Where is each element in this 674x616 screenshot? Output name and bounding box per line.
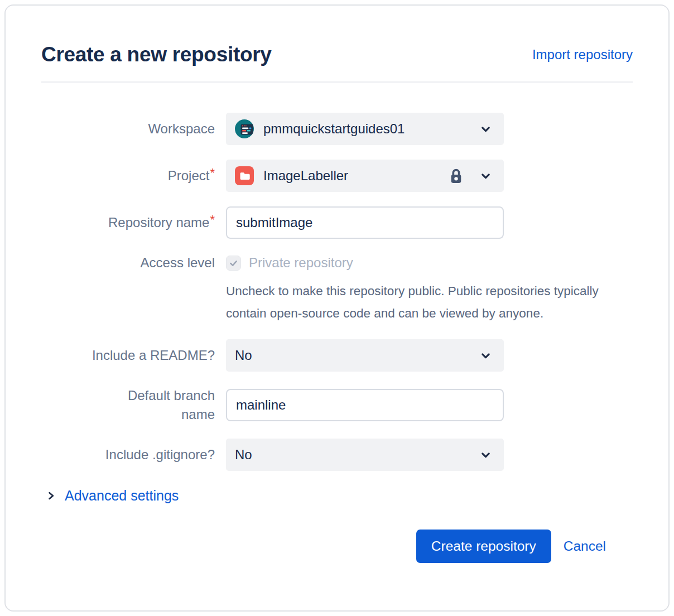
- chevron-down-icon: [479, 122, 493, 136]
- chevron-right-icon: [46, 490, 56, 501]
- repository-name-input[interactable]: [226, 206, 504, 239]
- create-repository-button[interactable]: Create repository: [416, 530, 551, 563]
- project-label: Project*: [41, 166, 215, 185]
- chevron-down-icon: [479, 169, 493, 183]
- default-branch-input[interactable]: [226, 389, 504, 421]
- workspace-avatar: [235, 119, 254, 138]
- required-marker: *: [210, 166, 215, 180]
- project-select[interactable]: ImageLabeller: [226, 160, 504, 192]
- advanced-settings-toggle[interactable]: Advanced settings: [46, 488, 179, 504]
- page-title: Create a new repository: [41, 41, 272, 68]
- checkmark-icon: [229, 258, 238, 268]
- project-value: ImageLabeller: [263, 168, 448, 184]
- private-repository-label: Private repository: [249, 255, 353, 271]
- workspace-value: pmmquickstartguides01: [263, 121, 479, 137]
- access-level-label: Access level: [41, 253, 215, 272]
- workspace-select[interactable]: pmmquickstartguides01: [226, 113, 504, 145]
- cancel-button[interactable]: Cancel: [564, 538, 606, 554]
- default-branch-label: Default branch name: [41, 386, 215, 424]
- repository-name-label: Repository name*: [41, 213, 215, 232]
- create-repository-dialog: Create a new repository Import repositor…: [4, 4, 670, 612]
- private-repository-checkbox[interactable]: [226, 256, 241, 271]
- include-readme-select[interactable]: No: [226, 339, 504, 372]
- access-level-help-text: Uncheck to make this repository public. …: [226, 280, 604, 325]
- include-gitignore-label: Include .gitignore?: [41, 445, 215, 464]
- create-repository-form: Workspace: [41, 113, 633, 563]
- include-gitignore-select[interactable]: No: [226, 439, 504, 471]
- workspace-label: Workspace: [41, 119, 215, 138]
- dialog-footer: Create repository Cancel: [41, 530, 633, 563]
- include-gitignore-value: No: [235, 447, 479, 463]
- required-marker: *: [210, 213, 215, 227]
- default-branch-row: Default branch name: [41, 386, 633, 424]
- header-divider: [41, 81, 633, 83]
- advanced-settings-label: Advanced settings: [65, 488, 179, 504]
- include-readme-row: Include a README? No: [41, 339, 633, 372]
- access-level-row: Access level Private repository Uncheck …: [41, 253, 633, 325]
- include-gitignore-row: Include .gitignore? No: [41, 439, 633, 471]
- chevron-down-icon: [479, 448, 493, 462]
- import-repository-link[interactable]: Import repository: [532, 46, 633, 64]
- workspace-row: Workspace: [41, 113, 633, 145]
- dialog-header: Create a new repository Import repositor…: [41, 41, 633, 68]
- include-readme-label: Include a README?: [41, 346, 215, 365]
- repository-name-row: Repository name*: [41, 206, 633, 239]
- project-row: Project* ImageLabeller: [41, 160, 633, 192]
- lock-icon: [448, 167, 464, 185]
- chevron-down-icon: [479, 349, 493, 363]
- project-folder-icon: [235, 166, 254, 185]
- include-readme-value: No: [235, 348, 479, 363]
